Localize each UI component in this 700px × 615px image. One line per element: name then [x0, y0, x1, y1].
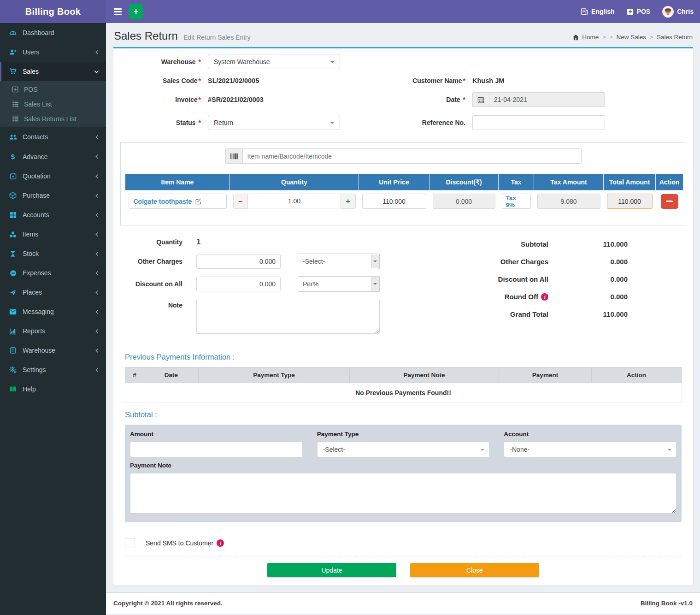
warehouse-label: Warehouse: [161, 58, 196, 65]
pos-shortcut[interactable]: POS: [627, 8, 651, 15]
invoice-value: #SR/2021/02/0003: [208, 96, 264, 103]
sidebar-item-settings[interactable]: Settings: [0, 360, 106, 379]
sidebar-item-contacts[interactable]: Contacts: [0, 127, 106, 147]
sidebar-item-label: Sales: [23, 68, 39, 75]
sidebar-subitem-pos[interactable]: POS: [0, 82, 106, 97]
language-menu[interactable]: English: [581, 8, 615, 15]
cart-icon: [8, 68, 18, 75]
sidebar-item-dashboard[interactable]: Dashboard: [0, 23, 106, 42]
journal-icon: [8, 347, 18, 354]
sidebar-item-advance[interactable]: $ Advance: [0, 147, 106, 166]
dollar-icon: $: [8, 153, 18, 160]
send-sms-checkbox[interactable]: [125, 538, 135, 548]
sales-code-label: Sales Code: [163, 77, 197, 84]
sidebar-item-items[interactable]: Items: [0, 225, 106, 244]
other-charges-select[interactable]: -Select-: [298, 254, 380, 269]
main-content: Sales Return Edit Return Sales Entry Hom…: [106, 23, 700, 585]
warehouse-select[interactable]: System Warehouse: [208, 54, 340, 69]
sidebar-item-users[interactable]: Users: [0, 42, 106, 62]
discount-on-all-input[interactable]: [196, 277, 281, 291]
sidebar-item-label: Messaging: [23, 308, 54, 315]
grid-icon: [8, 212, 18, 219]
list-icon: [11, 101, 19, 107]
sidebar-subitem-label: POS: [24, 86, 38, 93]
sidebar-item-reports[interactable]: Reports: [0, 321, 106, 341]
sidebar-subitem-sales-returns-list[interactable]: Sales Returns List: [0, 112, 106, 126]
other-charges-input[interactable]: [196, 254, 281, 269]
payment-note-textarea[interactable]: [130, 473, 676, 514]
sidebar-item-label: Stock: [23, 250, 39, 257]
other-charges-total-value: 0.000: [548, 258, 628, 266]
date-field[interactable]: [489, 92, 605, 107]
app-logo[interactable]: Billing Book: [0, 0, 106, 23]
close-button[interactable]: Close: [410, 563, 539, 577]
breadcrumb-home[interactable]: Home: [572, 34, 599, 41]
account-select[interactable]: -None-: [504, 442, 676, 457]
status-label: Status: [176, 119, 196, 126]
subtotal-heading: Subtotal :: [125, 410, 682, 419]
envelope-icon: [8, 309, 18, 315]
pp-col-payment: Payment: [499, 367, 592, 383]
sidebar-item-label: Advance: [23, 153, 47, 160]
remove-item-button[interactable]: [661, 194, 678, 209]
total-amount-input: [607, 194, 653, 209]
page-title: Sales Return: [114, 30, 178, 42]
grand-total-value: 110.000: [548, 310, 628, 318]
other-charges-label: Other Charges: [118, 258, 196, 265]
note-textarea[interactable]: [196, 299, 380, 334]
tax-link[interactable]: Tax 9%: [502, 194, 531, 209]
minus-circle-icon: [8, 270, 18, 277]
sidebar-item-label: Places: [23, 289, 42, 296]
sidebar-item-quotation[interactable]: Quotation: [0, 166, 106, 186]
chevron-left-icon: [95, 135, 99, 140]
sidebar-item-stock[interactable]: Stock: [0, 244, 106, 263]
sidebar-item-places[interactable]: Places: [0, 283, 106, 302]
calendar-icon: [472, 92, 489, 107]
item-name-link[interactable]: Colgate toothpaste: [129, 194, 227, 209]
pos-label: POS: [637, 8, 651, 15]
sidebar-item-help[interactable]: Help: [0, 379, 106, 399]
amount-input[interactable]: [130, 442, 303, 457]
cube-icon: [8, 192, 18, 199]
breadcrumb-new-sales[interactable]: New Sales: [616, 34, 646, 41]
pp-col-action: Action: [592, 367, 682, 383]
item-search-input[interactable]: [242, 148, 582, 164]
update-button[interactable]: Update: [267, 563, 396, 577]
language-label: English: [591, 8, 615, 15]
sidebar-item-messaging[interactable]: Messaging: [0, 302, 106, 321]
home-icon: [572, 34, 579, 41]
discount-type-select[interactable]: Per%: [298, 276, 380, 292]
breadcrumb-separator: >: [609, 34, 612, 41]
quick-add-button[interactable]: +: [129, 4, 143, 19]
footer: Copyright © 2021 All rights reserved. Bi…: [106, 592, 700, 614]
col-tax: Tax: [499, 174, 534, 191]
sidebar-item-purchase[interactable]: Purchase: [0, 186, 106, 205]
sidebar-item-accounts[interactable]: Accounts: [0, 205, 106, 225]
info-icon[interactable]: i: [217, 539, 224, 547]
quantity-input[interactable]: [248, 194, 341, 208]
sidebar-item-warehouse[interactable]: Warehouse: [0, 341, 106, 360]
col-unit-price: Unit Price: [359, 174, 429, 191]
amount-label: Amount: [130, 431, 303, 438]
round-off-label: Round Off: [505, 293, 538, 301]
sidebar-toggle-icon[interactable]: [110, 0, 125, 23]
status-select[interactable]: Return: [208, 115, 340, 130]
copyright-text: Copyright © 2021 All rights reserved.: [113, 600, 223, 607]
discount-input: [433, 194, 495, 209]
payment-panel: Amount Payment Type -Select- Account -No…: [125, 425, 682, 522]
info-icon[interactable]: i: [541, 293, 548, 301]
quantity-increase-button[interactable]: +: [341, 194, 356, 209]
sidebar-subitem-sales-list[interactable]: Sales List: [0, 97, 106, 112]
col-discount: Discount(₹): [429, 174, 499, 191]
quantity-decrease-button[interactable]: −: [233, 194, 248, 209]
chevron-left-icon: [95, 367, 99, 373]
caret-down-icon: [668, 449, 671, 451]
payment-type-select[interactable]: -Select-: [317, 442, 490, 457]
reference-field[interactable]: [472, 115, 605, 130]
user-menu[interactable]: Chris: [662, 6, 694, 18]
sidebar-item-sales[interactable]: Sales: [0, 62, 106, 81]
sidebar-item-expenses[interactable]: Expenses: [0, 263, 106, 283]
sidebar-item-label: Dashboard: [23, 29, 54, 36]
chevron-left-icon: [95, 213, 99, 218]
unit-price-input[interactable]: [362, 194, 426, 209]
